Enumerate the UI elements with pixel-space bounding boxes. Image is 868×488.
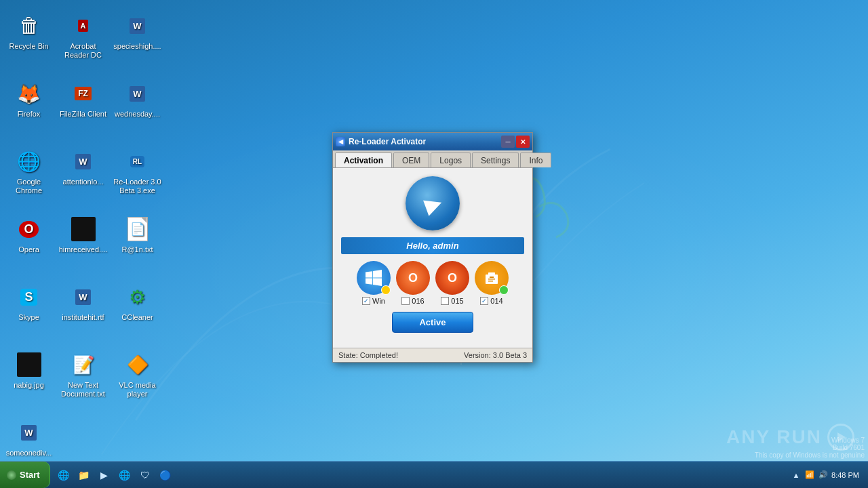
o14-label-row: ✓ 014 bbox=[480, 297, 502, 305]
desktop-icon-himreceived[interactable]: himreceived.... bbox=[58, 210, 108, 271]
firefox-icon: 🦊 bbox=[16, 80, 43, 107]
acrobat-icon: A bbox=[70, 12, 97, 39]
nabig-icon bbox=[16, 351, 43, 378]
recycle-bin-icon: 🗑 bbox=[16, 12, 43, 39]
vlc-label: VLC media player bbox=[113, 381, 162, 399]
taskbar: Start 🌐 📁 ▶ 🌐 🛡 🔵 ▲ 📶 🔊 8:48 PM bbox=[0, 461, 868, 488]
window-tabs: Activation OEM Logos Settings Info bbox=[333, 150, 532, 168]
taskbar-ie-icon[interactable]: 🌐 bbox=[54, 466, 73, 485]
desktop-icon-opera[interactable]: O Opera bbox=[3, 210, 54, 271]
office15-icon[interactable]: O bbox=[435, 261, 469, 295]
taskbar-shield-icon[interactable]: 🛡 bbox=[136, 466, 155, 485]
firefox-label: Firefox bbox=[18, 110, 41, 119]
product-o14[interactable]: ✓ 014 bbox=[475, 261, 509, 305]
window-app-icon: ◀ bbox=[336, 137, 345, 146]
desktop-icon-firefox[interactable]: 🦊 Firefox bbox=[3, 75, 54, 136]
desktop-icon-wednesday[interactable]: W wednesday.... bbox=[112, 75, 163, 136]
institutehit-label: institutehit.rtf bbox=[62, 313, 104, 322]
tab-settings[interactable]: Settings bbox=[472, 152, 519, 167]
svg-rect-6 bbox=[490, 277, 494, 278]
tray-expand-icon[interactable]: ▲ bbox=[791, 470, 802, 481]
office16-icon[interactable]: O bbox=[396, 261, 430, 295]
reloader-label: Re-Loader 3.0 Beta 3.exe bbox=[113, 178, 162, 195]
logo-container: ▶ bbox=[341, 176, 524, 230]
himreceived-label: himreceived.... bbox=[59, 245, 108, 254]
desktop-icon-nabig[interactable]: nabig.jpg bbox=[3, 346, 54, 407]
window-titlebar[interactable]: ◀ Re-Loader Activator ─ ✕ bbox=[333, 133, 532, 150]
tab-logos[interactable]: Logos bbox=[431, 152, 471, 167]
skype-label: Skype bbox=[18, 313, 39, 322]
chrome-icon: 🌐 bbox=[16, 148, 43, 175]
desktop-icon-attentionlo[interactable]: W attentionlo... bbox=[58, 142, 108, 203]
ccleaner-label: CCleaner bbox=[121, 313, 153, 322]
start-button[interactable]: Start bbox=[0, 462, 50, 488]
desktop-icon-acrobat[interactable]: A Acrobat Reader DC bbox=[58, 7, 108, 68]
someonediv-icon: W bbox=[16, 419, 43, 446]
taskbar-extra-icon[interactable]: 🔵 bbox=[156, 466, 175, 485]
attentionlo-icon: W bbox=[70, 148, 97, 175]
tab-oem[interactable]: OEM bbox=[393, 152, 429, 167]
window-title: Re-Loader Activator bbox=[349, 137, 501, 146]
desktop-icon-newtext[interactable]: 📝 New Text Document.txt bbox=[58, 346, 108, 407]
app-logo: ▶ bbox=[406, 176, 460, 230]
win-label-text: Win bbox=[372, 297, 385, 305]
desktop-icon-institutehit[interactable]: W institutehit.rtf bbox=[58, 278, 108, 339]
svg-rect-7 bbox=[488, 279, 495, 280]
reloader-activator-window: ◀ Re-Loader Activator ─ ✕ Activation OEM… bbox=[332, 132, 533, 363]
o14-label-text: 014 bbox=[490, 297, 502, 305]
active-button[interactable]: Active bbox=[392, 312, 473, 333]
desktop-icon-chrome[interactable]: 🌐 Google Chrome bbox=[3, 142, 54, 203]
taskbar-folder-icon[interactable]: 📁 bbox=[75, 466, 94, 485]
desktop-icon-filezilla[interactable]: FZ FileZilla Client bbox=[58, 75, 108, 136]
win-checkbox[interactable]: ✓ bbox=[362, 297, 370, 305]
tray-volume-icon[interactable]: 🔊 bbox=[818, 470, 829, 481]
o15-checkbox[interactable] bbox=[441, 297, 449, 305]
opera-icon: O bbox=[16, 216, 43, 243]
o14-badge bbox=[499, 285, 509, 295]
window-controls: ─ ✕ bbox=[501, 136, 530, 148]
tray-network-icon[interactable]: 📶 bbox=[804, 470, 815, 481]
product-o15[interactable]: O 015 bbox=[435, 261, 469, 305]
desktop-icon-recycle-bin[interactable]: 🗑 Recycle Bin bbox=[3, 7, 54, 68]
attentionlo-label: attentionlo... bbox=[63, 178, 104, 186]
products-row: ✓ Win O 016 O bbox=[341, 261, 524, 305]
institutehit-icon: W bbox=[70, 283, 97, 310]
win-label-row: ✓ Win bbox=[362, 297, 385, 305]
product-o16[interactable]: O 016 bbox=[396, 261, 430, 305]
recycle-bin-label: Recycle Bin bbox=[9, 42, 48, 51]
window-statusbar: State: Completed! Version: 3.0 Beta 3 bbox=[333, 348, 532, 362]
start-orb-icon bbox=[7, 470, 16, 480]
wednesday-label: wednesday.... bbox=[115, 110, 160, 119]
desktop-icon-ccleaner[interactable]: ⚙ CCleaner bbox=[112, 278, 163, 339]
state-label: State: Completed! bbox=[338, 351, 398, 359]
wednesday-icon: W bbox=[124, 80, 151, 107]
desktop-icon-vlc[interactable]: 🔶 VLC media player bbox=[112, 346, 163, 407]
start-label: Start bbox=[20, 470, 40, 480]
desktop-icon-reloader[interactable]: RL Re-Loader 3.0 Beta 3.exe bbox=[112, 142, 163, 203]
svg-rect-8 bbox=[488, 281, 493, 282]
o16-checkbox[interactable] bbox=[401, 297, 410, 305]
window-minimize-button[interactable]: ─ bbox=[501, 136, 515, 148]
taskbar-chrome-taskbar-icon[interactable]: 🌐 bbox=[115, 466, 134, 485]
window-close-button[interactable]: ✕ bbox=[516, 136, 530, 148]
o14-checkbox[interactable]: ✓ bbox=[480, 297, 488, 305]
desktop-icon-r1n[interactable]: 📄 R@1n.txt bbox=[112, 210, 163, 271]
chrome-label: Google Chrome bbox=[5, 178, 54, 195]
greeting-bar: Hello, admin bbox=[341, 237, 524, 254]
filezilla-icon: FZ bbox=[70, 80, 97, 107]
someonediv-label: someonediv... bbox=[6, 449, 52, 458]
o15-label-text: 015 bbox=[451, 297, 463, 305]
tab-activation[interactable]: Activation bbox=[335, 152, 392, 167]
o14-icon-wrap bbox=[475, 261, 509, 295]
himreceived-icon bbox=[70, 216, 97, 243]
system-tray: ▲ 📶 🔊 8:48 PM bbox=[785, 470, 868, 481]
r1n-label: R@1n.txt bbox=[121, 245, 153, 254]
taskbar-media-icon[interactable]: ▶ bbox=[95, 466, 114, 485]
desktop-icon-species[interactable]: W specieshigh.... bbox=[112, 7, 163, 68]
system-clock[interactable]: 8:48 PM bbox=[831, 471, 863, 479]
tab-info[interactable]: Info bbox=[520, 152, 551, 167]
o15-label-row: 015 bbox=[441, 297, 463, 305]
acrobat-label: Acrobat Reader DC bbox=[59, 42, 108, 60]
desktop-icon-skype[interactable]: S Skype bbox=[3, 278, 54, 339]
product-win[interactable]: ✓ Win bbox=[357, 261, 391, 305]
